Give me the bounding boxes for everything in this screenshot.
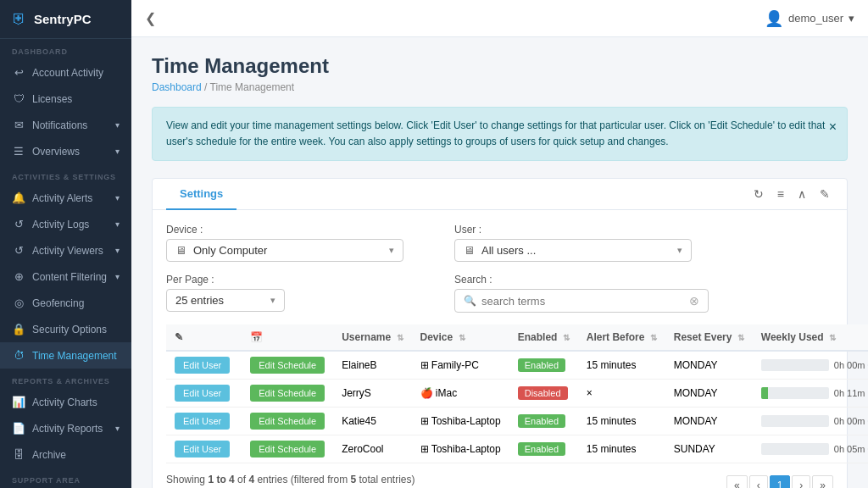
sidebar-item-activity-charts[interactable]: 📊 Activity Charts	[0, 389, 131, 415]
alert-before-cell: ×	[578, 380, 665, 408]
tab-settings[interactable]: Settings	[166, 179, 236, 210]
collapse-sidebar-button[interactable]: ❮	[145, 10, 156, 26]
user-menu[interactable]: 👤 demo_user ▾	[765, 9, 854, 28]
list-view-button[interactable]: ≡	[774, 186, 787, 202]
enabled-cell: Enabled	[509, 435, 578, 463]
edit-user-button[interactable]: Edit User	[175, 357, 230, 374]
chevron-icon: ▾	[115, 424, 120, 433]
search-group: Search : 🔍 ⊗	[454, 274, 709, 313]
filter-row-1: Device : 🖥 Only Computer ▾ User : 🖥 All …	[166, 224, 833, 262]
sidebar-item-activity-viewers[interactable]: ↺ Activity Viewers ▾	[0, 237, 131, 263]
sidebar-item-activity-alerts[interactable]: 🔔 Activity Alerts ▾	[0, 185, 131, 211]
banner-text: View and edit your time management setti…	[166, 119, 825, 147]
sidebar: ⛨ SentryPC DASHBOARD ↩ Account Activity …	[0, 0, 131, 488]
weekly-used-label: 0h 11m 20s 0.1%	[834, 388, 868, 398]
edit-user-button[interactable]: Edit User	[175, 413, 230, 430]
col-device[interactable]: Device ⇅	[412, 324, 509, 351]
sidebar-item-geofencing[interactable]: ◎ Geofencing	[0, 290, 131, 316]
sort-icon: ⇅	[459, 333, 465, 342]
device-select[interactable]: 🖥 Only Computer ▾	[166, 239, 403, 262]
sidebar-item-security-options[interactable]: 🔒 Security Options	[0, 316, 131, 342]
device-type-icon: ⊞	[420, 415, 429, 427]
col-reset-every[interactable]: Reset Every ⇅	[665, 324, 753, 351]
sort-icon: ⇅	[829, 333, 836, 342]
edit-user-button[interactable]: Edit User	[175, 441, 230, 458]
search-box: 🔍 ⊗	[454, 289, 709, 313]
col-username[interactable]: Username ⇅	[333, 324, 411, 351]
sidebar-item-archive[interactable]: 🗄 Archive	[0, 441, 131, 468]
sidebar-item-licenses[interactable]: 🛡 Licenses	[0, 86, 131, 112]
enabled-cell: Enabled	[509, 351, 578, 380]
overviews-icon: ☰	[12, 145, 25, 158]
tab-actions: ↻ ≡ ∧ ✎	[750, 186, 833, 202]
chevron-down-icon: ▾	[677, 245, 682, 256]
chevron-down-icon: ▾	[849, 12, 854, 25]
user-value: All users ...	[481, 244, 536, 257]
activity-viewers-icon: ↺	[12, 244, 25, 257]
col-enabled[interactable]: Enabled ⇅	[509, 324, 578, 351]
sort-icon: ⇅	[397, 333, 403, 342]
clear-search-button[interactable]: ⊗	[689, 294, 699, 308]
brand-logo: ⛨ SentryPC	[0, 0, 131, 39]
first-page-button[interactable]: «	[726, 475, 748, 488]
edit-schedule-button[interactable]: Edit Schedule	[250, 357, 325, 374]
sidebar-item-time-management[interactable]: ⏱ Time Management	[0, 342, 131, 369]
sort-icon: ⇅	[650, 333, 657, 342]
weekly-used-bar: 0h 00m 00s 0%	[761, 415, 868, 427]
sidebar-item-activity-reports[interactable]: 📄 Activity Reports ▾	[0, 415, 131, 441]
current-page-button[interactable]: 1	[770, 475, 791, 488]
table-footer: Showing 1 to 4 of 4 entries (filtered fr…	[166, 463, 833, 488]
last-page-button[interactable]: »	[812, 475, 833, 488]
sidebar-section-reports: REPORTS & ARCHIVES 📊 Activity Charts 📄 A…	[0, 369, 131, 468]
sidebar-section-support: SUPPORT AREA ⬇ Download 📋 Reports	[0, 468, 131, 488]
close-banner-button[interactable]: ×	[829, 116, 837, 138]
sidebar-section-activities: ACTIVITIES & SETTINGS 🔔 Activity Alerts …	[0, 164, 131, 369]
chevron-icon: ▾	[115, 147, 120, 156]
enabled-cell: Enabled	[509, 408, 578, 435]
refresh-button[interactable]: ↻	[750, 186, 767, 202]
account-activity-icon: ↩	[12, 66, 25, 79]
per-page-select[interactable]: 25 entries ▾	[166, 289, 285, 312]
per-page-group: Per Page : 25 entries ▾	[166, 274, 420, 313]
edit-button[interactable]: ✎	[816, 186, 833, 202]
chevron-icon: ▾	[115, 120, 120, 130]
action-edit: Edit User	[166, 435, 242, 463]
sidebar-item-notifications[interactable]: ✉ Notifications ▾	[0, 112, 131, 138]
security-options-icon: 🔒	[12, 323, 25, 336]
prev-page-button[interactable]: ‹	[749, 475, 768, 488]
alert-before-cell: 15 minutes	[578, 408, 665, 435]
col-alert-before[interactable]: Alert Before ⇅	[578, 324, 665, 351]
device-type-icon: ⊞	[420, 443, 429, 455]
next-page-button[interactable]: ›	[792, 475, 810, 488]
reset-every-cell: SUNDAY	[665, 435, 753, 463]
breadcrumb-home[interactable]: Dashboard	[152, 81, 202, 93]
action-schedule: Edit Schedule	[242, 351, 333, 380]
sidebar-item-content-filtering[interactable]: ⊕ Content Filtering ▾	[0, 263, 131, 290]
content-filtering-icon: ⊕	[12, 270, 25, 283]
breadcrumb-current: Time Management	[210, 81, 295, 93]
edit-user-button[interactable]: Edit User	[175, 385, 230, 402]
col-weekly-used[interactable]: Weekly Used ⇅	[753, 324, 868, 351]
collapse-button[interactable]: ∧	[794, 186, 810, 202]
edit-schedule-button[interactable]: Edit Schedule	[250, 413, 325, 430]
breadcrumb: Dashboard / Time Management	[152, 81, 848, 93]
sidebar-item-account-activity[interactable]: ↩ Account Activity	[0, 59, 131, 86]
geofencing-icon: ◎	[12, 297, 25, 309]
weekly-used-label: 0h 00m 00s 0%	[834, 360, 868, 370]
shield-icon: ⛨	[12, 10, 27, 28]
activity-charts-icon: 📊	[12, 396, 25, 408]
edit-schedule-button[interactable]: Edit Schedule	[250, 385, 325, 402]
device-cell: ⊞ Toshiba-Laptop	[412, 408, 509, 435]
edit-schedule-button[interactable]: Edit Schedule	[250, 441, 325, 458]
search-input[interactable]	[481, 295, 668, 308]
user-select[interactable]: 🖥 All users ... ▾	[454, 239, 692, 262]
showing-entries: Showing 1 to 4 of 4 entries (filtered fr…	[166, 474, 415, 488]
action-schedule: Edit Schedule	[242, 435, 333, 463]
disabled-badge: Disabled	[518, 386, 568, 400]
search-icon: 🔍	[464, 295, 476, 307]
device-cell: ⊞ Family-PC	[412, 351, 509, 380]
sidebar-item-overviews[interactable]: ☰ Overviews ▾	[0, 138, 131, 164]
reset-every-cell: MONDAY	[665, 408, 753, 435]
sidebar-item-activity-logs[interactable]: ↺ Activity Logs ▾	[0, 211, 131, 237]
activity-reports-icon: 📄	[12, 422, 25, 435]
